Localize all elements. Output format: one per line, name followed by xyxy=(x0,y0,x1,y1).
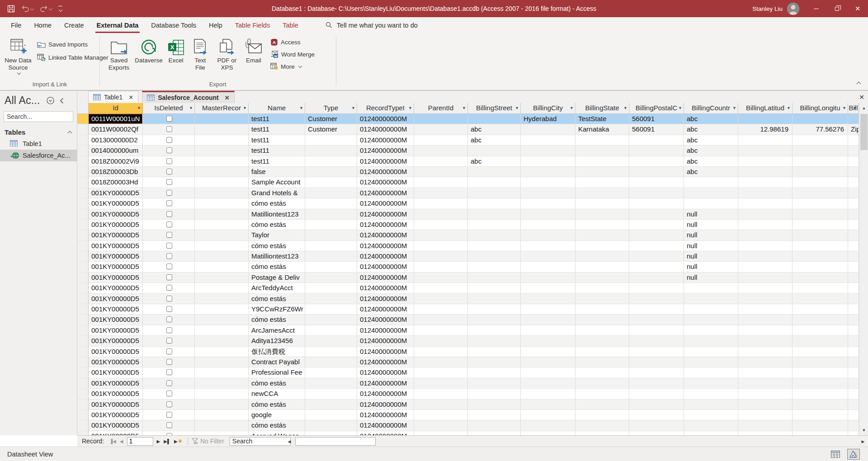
cell-parentid[interactable] xyxy=(414,209,468,220)
isdeleted-checkbox[interactable] xyxy=(166,169,172,174)
first-record-button[interactable]: ▐◀ xyxy=(108,439,118,444)
cell-billingstate[interactable] xyxy=(576,146,629,156)
cell-type[interactable] xyxy=(305,304,357,315)
cell-billinglatitud[interactable]: 12.98619 xyxy=(738,124,793,135)
menu-tab-help[interactable]: Help xyxy=(203,17,229,33)
cell-isdeleted[interactable] xyxy=(143,124,195,135)
customize-quick-access-icon[interactable] xyxy=(58,6,62,11)
cell-bill[interactable] xyxy=(848,273,859,283)
cell-type[interactable] xyxy=(305,251,357,262)
save-icon[interactable] xyxy=(7,5,15,13)
cell-parentid[interactable] xyxy=(414,431,468,435)
cell-isdeleted[interactable] xyxy=(143,167,195,177)
cell-billingstate[interactable] xyxy=(576,177,629,188)
cell-bill[interactable] xyxy=(848,336,859,346)
nav-search-input[interactable] xyxy=(7,113,89,120)
cell-billingstreet[interactable] xyxy=(468,167,521,177)
cell-bill[interactable] xyxy=(848,167,859,177)
cell-id[interactable]: 0018Z00002Vi9 xyxy=(89,156,143,167)
cell-recordtypei[interactable]: 01240000000M xyxy=(357,167,414,177)
cell-type[interactable] xyxy=(305,283,357,293)
cell-billingstate[interactable] xyxy=(576,209,629,220)
column-header-isdeleted[interactable]: IsDeleted▼ xyxy=(143,103,195,114)
cell-billinglatitud[interactable] xyxy=(738,336,793,346)
cell-bill[interactable] xyxy=(848,304,859,315)
cell-billinglongitu[interactable] xyxy=(793,156,848,167)
cell-masterrecor[interactable] xyxy=(195,262,249,272)
cell-id[interactable]: 001KY00000D5 xyxy=(89,347,143,357)
cell-billingstreet[interactable] xyxy=(468,357,521,367)
row-selector[interactable] xyxy=(77,241,89,251)
cell-bill[interactable] xyxy=(848,367,859,378)
isdeleted-checkbox[interactable] xyxy=(166,126,172,132)
cell-name[interactable]: test11 xyxy=(249,146,305,156)
cell-billingstate[interactable] xyxy=(576,367,629,378)
cell-billingstate[interactable] xyxy=(576,156,629,167)
cell-bill[interactable] xyxy=(848,315,859,325)
cell-billinglongitu[interactable] xyxy=(793,198,848,209)
cell-billinglatitud[interactable] xyxy=(738,304,793,315)
cell-isdeleted[interactable] xyxy=(143,389,195,399)
isdeleted-checkbox[interactable] xyxy=(166,348,172,354)
cell-billingcountr[interactable]: null xyxy=(684,251,738,262)
cell-name[interactable]: Sample Account xyxy=(249,177,305,188)
cell-bill[interactable] xyxy=(848,230,859,240)
cell-name[interactable]: cómo estás xyxy=(249,241,305,251)
cell-id[interactable]: 001KY00000D5 xyxy=(89,389,143,399)
cell-billinglongitu[interactable] xyxy=(793,209,848,220)
cell-recordtypei[interactable]: 01240000000M xyxy=(357,410,414,420)
cell-billingpostalc[interactable] xyxy=(629,177,684,188)
cell-billingcountr[interactable]: abc xyxy=(684,167,738,177)
nav-pane-menu-icon[interactable] xyxy=(47,97,54,104)
cell-billinglongitu[interactable] xyxy=(793,389,848,399)
cell-billinglatitud[interactable] xyxy=(738,146,793,156)
cell-bill[interactable] xyxy=(848,347,859,357)
cell-masterrecor[interactable] xyxy=(195,420,249,431)
cell-isdeleted[interactable] xyxy=(143,135,195,146)
cell-billingcity[interactable]: Hyderabad xyxy=(521,114,576,124)
cell-isdeleted[interactable] xyxy=(143,410,195,420)
cell-billingpostalc[interactable] xyxy=(629,431,684,435)
row-selector[interactable] xyxy=(77,114,89,124)
isdeleted-checkbox[interactable] xyxy=(166,232,172,238)
filter-dropdown-icon[interactable]: ▼ xyxy=(732,103,736,113)
cell-billingcity[interactable] xyxy=(521,146,576,156)
cell-parentid[interactable] xyxy=(414,389,468,399)
restore-button[interactable] xyxy=(826,0,847,17)
scroll-down-icon[interactable]: ▼ xyxy=(859,425,868,435)
cell-name[interactable]: Aditya123456 xyxy=(249,336,305,346)
cell-name[interactable]: newCCA xyxy=(249,389,305,399)
filter-dropdown-icon[interactable]: ▼ xyxy=(351,103,355,113)
cell-parentid[interactable] xyxy=(414,304,468,315)
cell-billingstreet[interactable] xyxy=(468,420,521,431)
cell-recordtypei[interactable]: 01240000000M xyxy=(357,241,414,251)
cell-parentid[interactable] xyxy=(414,124,468,135)
cell-masterrecor[interactable] xyxy=(195,304,249,315)
cell-billinglatitud[interactable] xyxy=(738,262,793,272)
design-view-icon[interactable] xyxy=(847,449,860,460)
row-selector[interactable] xyxy=(77,220,89,230)
cell-billingstreet[interactable]: abc xyxy=(468,124,521,135)
cell-recordtypei[interactable]: 01240000000M xyxy=(357,262,414,272)
cell-billinglongitu[interactable] xyxy=(793,431,848,435)
filter-dropdown-icon[interactable]: ▼ xyxy=(243,103,247,113)
cell-masterrecor[interactable] xyxy=(195,188,249,198)
cell-billinglatitud[interactable] xyxy=(738,283,793,293)
cell-billinglatitud[interactable] xyxy=(738,220,793,230)
cell-parentid[interactable] xyxy=(414,367,468,378)
cell-name[interactable]: Accrued Wages xyxy=(249,431,305,435)
row-selector[interactable] xyxy=(77,304,89,315)
column-header-billingstate[interactable]: BillingState▼ xyxy=(576,103,629,114)
menu-tab-table[interactable]: Table xyxy=(276,17,305,33)
cell-id[interactable]: 001KY00000D5 xyxy=(89,283,143,293)
row-selector[interactable] xyxy=(77,294,89,304)
cell-billingstreet[interactable] xyxy=(468,177,521,188)
row-selector[interactable] xyxy=(77,124,89,135)
cell-billingcountr[interactable]: abc xyxy=(684,146,738,156)
cell-masterrecor[interactable] xyxy=(195,336,249,346)
cell-type[interactable] xyxy=(305,431,357,435)
column-header-billinglatitud[interactable]: BillingLatitud▼ xyxy=(738,103,793,114)
isdeleted-checkbox[interactable] xyxy=(166,200,172,206)
cell-bill[interactable] xyxy=(848,188,859,198)
cell-recordtypei[interactable]: 01240000000M xyxy=(357,336,414,346)
